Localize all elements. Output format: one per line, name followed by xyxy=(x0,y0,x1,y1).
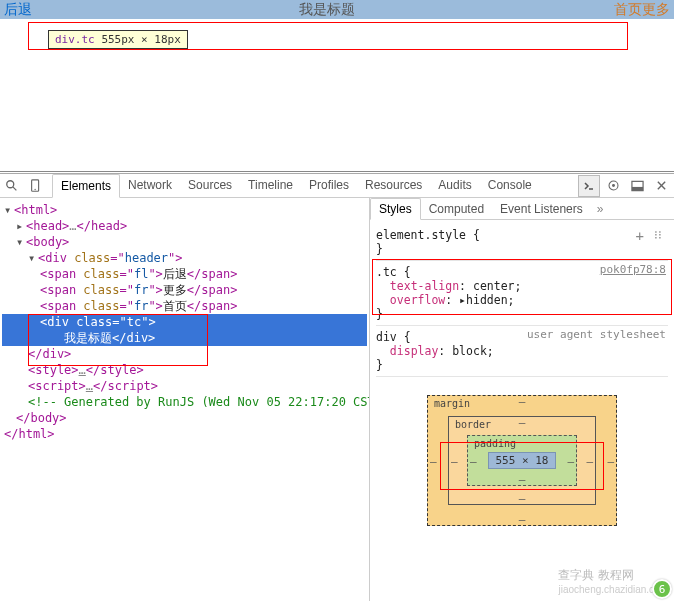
settings-icon[interactable] xyxy=(602,175,624,197)
svg-line-1 xyxy=(13,186,17,190)
dock-icon[interactable] xyxy=(626,175,648,197)
dom-div-close: </div> xyxy=(2,346,367,362)
svg-point-6 xyxy=(612,184,615,187)
devtools-toolbar: Elements Network Sources Timeline Profil… xyxy=(0,174,674,198)
dom-script: <script>…</script> xyxy=(2,378,367,394)
nav-right[interactable]: 首页更多 xyxy=(614,1,670,19)
hover-state-icon[interactable]: ⁝⁝ xyxy=(654,228,662,242)
tooltip-dimensions: 555px × 18px xyxy=(101,33,180,46)
box-model-content: 555 × 18 xyxy=(488,452,556,469)
rule-source-link[interactable]: pok0fp78:8 xyxy=(600,263,666,276)
preview-title: 我是标题 xyxy=(48,1,606,19)
rule-element-style: + ⁝⁝ element.style { } xyxy=(376,224,668,261)
tab-event-listeners[interactable]: Event Listeners xyxy=(492,199,591,219)
devtools-main-tabs: Elements Network Sources Timeline Profil… xyxy=(52,174,540,198)
dom-span-fl: <span class="fl">后退</span> xyxy=(2,266,367,282)
svg-point-3 xyxy=(34,188,35,189)
dom-head: ▸<head>…</head> xyxy=(2,218,367,234)
svg-point-0 xyxy=(7,180,14,187)
tab-timeline[interactable]: Timeline xyxy=(240,174,301,198)
devtools-panel: Elements Network Sources Timeline Profil… xyxy=(0,173,674,601)
tab-styles[interactable]: Styles xyxy=(370,198,421,220)
tab-elements[interactable]: Elements xyxy=(52,174,120,198)
dom-body-open: ▾<body> xyxy=(2,234,367,250)
dom-div-header: ▾<div class="header"> xyxy=(2,250,367,266)
badge-counter: 6 xyxy=(652,579,672,599)
svg-rect-8 xyxy=(631,186,642,190)
tab-resources[interactable]: Resources xyxy=(357,174,430,198)
box-model-border: border – – – – padding – – – – 555 × 18 xyxy=(448,416,596,505)
tab-audits[interactable]: Audits xyxy=(430,174,479,198)
styles-rules[interactable]: + ⁝⁝ element.style { } pok0fp78:8 .tc { … xyxy=(370,220,674,381)
dom-style: <style>…</style> xyxy=(2,362,367,378)
more-tabs-icon[interactable]: » xyxy=(591,202,610,216)
device-icon[interactable] xyxy=(24,175,48,197)
close-icon[interactable] xyxy=(650,175,672,197)
inspect-icon[interactable] xyxy=(0,175,24,197)
rule-div: user agent stylesheet div { display: blo… xyxy=(376,326,668,377)
tab-sources[interactable]: Sources xyxy=(180,174,240,198)
toggle-console-icon[interactable] xyxy=(578,175,600,197)
dom-body-close: </body> xyxy=(2,410,367,426)
dom-selected-div-tc: <div class="tc"> xyxy=(2,314,367,330)
page-preview: 后退 我是标题 首页更多 div.tc 555px × 18px xyxy=(0,0,674,172)
rule-source-ua: user agent stylesheet xyxy=(527,328,666,341)
dom-span-fr-more: <span class="fr">更多</span> xyxy=(2,282,367,298)
new-rule-icon[interactable]: + xyxy=(636,228,644,244)
tab-network[interactable]: Network xyxy=(120,174,180,198)
rule-tc: pok0fp78:8 .tc { text-align: center; ove… xyxy=(376,261,668,326)
dom-selected-div-tc-text: 我是标题</div> xyxy=(2,330,367,346)
preview-header: 后退 我是标题 首页更多 xyxy=(0,0,674,19)
back-link[interactable]: 后退 xyxy=(4,1,32,19)
tab-profiles[interactable]: Profiles xyxy=(301,174,357,198)
inspect-tooltip: div.tc 555px × 18px xyxy=(48,30,188,49)
dom-html-open: ▾<html> xyxy=(2,202,367,218)
box-model-margin: margin – – – – border – – – – padding – xyxy=(427,395,617,526)
styles-tabs: Styles Computed Event Listeners » xyxy=(370,198,674,220)
box-model-padding: padding – – – – 555 × 18 xyxy=(467,435,577,486)
styles-pane: Styles Computed Event Listeners » + ⁝⁝ e… xyxy=(370,198,674,601)
tab-computed[interactable]: Computed xyxy=(421,199,492,219)
dom-tree[interactable]: ▾<html> ▸<head>…</head> ▾<body> ▾<div cl… xyxy=(0,198,370,601)
tab-console[interactable]: Console xyxy=(480,174,540,198)
tooltip-selector: div.tc xyxy=(55,33,95,46)
dom-span-fr-home: <span class="fr">首页</span> xyxy=(2,298,367,314)
dom-comment: <!-- Generated by RunJS (Wed Nov 05 22:1… xyxy=(2,394,367,410)
dom-html-close: </html> xyxy=(2,426,367,442)
